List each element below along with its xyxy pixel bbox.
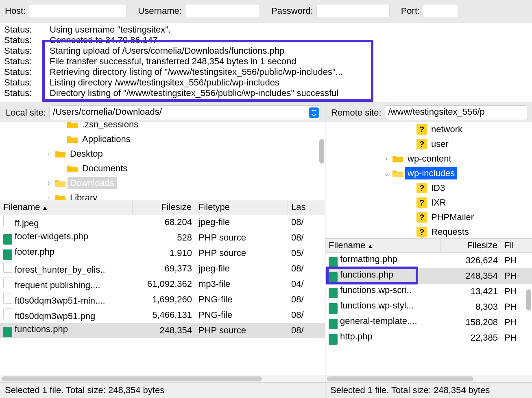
tree-item[interactable]: ›Library (0, 190, 325, 200)
local-tree[interactable]: .zsn_sessionsApplications›DesktopDocumen… (0, 122, 325, 200)
local-site-path[interactable]: /Users/cornelia/Downloads/ (49, 105, 321, 120)
folder-icon (55, 193, 66, 200)
status-label: Status: (4, 46, 50, 56)
local-file-header[interactable]: Filename▲ Filesize Filetype Las (0, 200, 325, 214)
file-row[interactable]: general-template....158,208PH (325, 315, 532, 330)
tree-item[interactable]: ?IXR (325, 195, 532, 210)
cell-name: http.php (325, 331, 441, 345)
tree-item[interactable]: ?ID3 (325, 181, 532, 195)
cell-mod: 08/ (288, 310, 312, 320)
col-filename[interactable]: Filename▲ (325, 238, 441, 252)
status-row: Status:Starting upload of /Users/corneli… (4, 46, 528, 56)
cell-type: PH (501, 286, 519, 297)
chevron-right-icon[interactable]: › (45, 194, 53, 200)
tree-item[interactable]: Applications (0, 132, 325, 147)
file-row[interactable]: frequent publishing....61,092,362mp3-fil… (0, 276, 325, 292)
status-label: Status: (4, 35, 50, 46)
status-row: Status:Listing directory /www/testingsit… (4, 77, 528, 88)
remote-file-list[interactable]: formatting.php326,624PHfunctions.php248,… (325, 253, 532, 375)
file-row[interactable]: functions.wp-styl...8,303PH (325, 299, 532, 315)
status-message: Retrieving directory listing of "/www/te… (50, 67, 343, 77)
scrollbar-thumb[interactable] (2, 376, 262, 381)
scrollbar-thumb[interactable] (319, 139, 324, 164)
username-input[interactable] (185, 4, 260, 18)
tree-item[interactable]: .zsn_sessions (0, 122, 325, 132)
unknown-folder-icon: ? (416, 197, 427, 208)
port-input[interactable] (423, 4, 458, 18)
remote-pane: Remote site: /www/testingsitex_556/p ?ne… (325, 103, 532, 398)
tree-item-label: wp-includes (405, 167, 457, 179)
file-row[interactable]: footer.php1,910PHP source05/ (0, 245, 325, 261)
file-row[interactable]: formatting.php326,624PH (325, 253, 532, 268)
cell-type: jpeg-file (195, 217, 288, 227)
tree-item[interactable]: ⌄wp-includes (325, 166, 532, 181)
cell-size: 8,303 (441, 302, 501, 312)
chevron-right-icon[interactable]: › (382, 155, 390, 162)
cell-size: 68,204 (133, 217, 195, 227)
file-row[interactable]: functions.wp-scri..13,421PH (325, 284, 532, 299)
file-row[interactable]: functions.php248,354PHP source08/ (0, 323, 325, 338)
remote-tree[interactable]: ?network?user›wp-content⌄wp-includes?ID3… (325, 122, 532, 238)
cell-name: footer.php (0, 247, 133, 260)
chevron-right-icon[interactable]: › (45, 179, 53, 187)
h-scrollbar[interactable] (0, 375, 325, 382)
file-row[interactable]: functions.php248,354PH (325, 268, 532, 284)
tree-item[interactable]: Documents (0, 161, 325, 176)
cell-type: mp3-file (195, 279, 288, 289)
tree-item[interactable]: ?user (325, 137, 532, 151)
cell-size: 22,385 (441, 332, 501, 343)
status-row: Status:Using username "testingsitex". (4, 24, 528, 35)
h-scrollbar[interactable] (325, 375, 532, 382)
remote-site-bar: Remote site: /www/testingsitex_556/p (325, 103, 532, 122)
col-filetype[interactable]: Fil (501, 238, 519, 252)
tree-item[interactable]: ?network (325, 122, 532, 137)
scrollbar-thumb[interactable] (327, 376, 473, 381)
tree-item[interactable]: ›wp-content (325, 151, 532, 166)
status-row: Status:Retrieving directory listing of "… (4, 67, 528, 77)
col-filesize[interactable]: Filesize (133, 200, 195, 214)
tree-item[interactable]: ›Desktop (0, 147, 325, 161)
password-input[interactable] (316, 4, 390, 18)
folder-icon (55, 149, 66, 158)
php-file-icon (329, 303, 338, 314)
file-row[interactable]: forest_hunter_by_elis..69,373jpeg-file08… (0, 261, 325, 276)
tree-item-label: Desktop (68, 148, 105, 160)
file-row[interactable]: footer-widgets.php528PHP source08/ (0, 230, 325, 245)
chevron-right-icon[interactable]: › (45, 150, 53, 157)
status-log: Status:Using username "testingsitex".Sta… (0, 23, 532, 103)
col-filename[interactable]: Filename▲ (0, 200, 133, 214)
remote-file-header[interactable]: Filename▲ Filesize Fil (325, 238, 532, 253)
chevron-down-icon[interactable]: ⌄ (382, 170, 390, 177)
col-modified[interactable]: Las (288, 200, 312, 214)
connection-bar: Host: Username: Password: Port: (0, 0, 532, 23)
folder-open-icon (392, 169, 403, 178)
local-file-list[interactable]: ff.jpeg68,204jpeg-file08/footer-widgets.… (0, 214, 325, 375)
local-site-dropdown-icon[interactable] (309, 107, 319, 118)
cell-type: jpeg-file (195, 263, 288, 274)
cell-name: formatting.php (325, 254, 441, 267)
file-icon (3, 308, 12, 319)
scrollbar-thumb[interactable] (526, 289, 531, 311)
file-row[interactable]: ft0s0dqm3wp51.png5,466,131PNG-file08/ (0, 307, 325, 323)
remote-site-path[interactable]: /www/testingsitex_556/p (385, 105, 528, 120)
file-row[interactable]: ft0s0dqm3wp51-min....1,699,260PNG-file08… (0, 292, 325, 307)
tree-item-label: PHPMailer (429, 211, 476, 223)
status-row: Status:File transfer successful, transfe… (4, 56, 528, 67)
tree-item[interactable]: ›Downloads (0, 176, 325, 190)
port-label: Port: (401, 6, 420, 16)
cell-size: 13,421 (441, 286, 501, 297)
host-input[interactable] (29, 4, 126, 18)
status-message: File transfer successful, transferred 24… (50, 56, 297, 67)
tree-item-label: Requests (429, 226, 471, 238)
local-status-footer: Selected 1 file. Total size: 248,354 byt… (0, 382, 325, 398)
status-message: Using username "testingsitex". (50, 24, 171, 35)
cell-size: 158,208 (441, 317, 501, 328)
file-row[interactable]: ff.jpeg68,204jpeg-file08/ (0, 214, 325, 230)
tree-item[interactable]: ?Requests (325, 225, 532, 238)
file-row[interactable]: http.php22,385PH (325, 330, 532, 346)
tree-item[interactable]: ?PHPMailer (325, 210, 532, 225)
col-filesize[interactable]: Filesize (441, 238, 501, 252)
tree-item-label: network (429, 123, 465, 136)
col-filetype[interactable]: Filetype (195, 200, 288, 214)
file-icon (3, 278, 12, 288)
